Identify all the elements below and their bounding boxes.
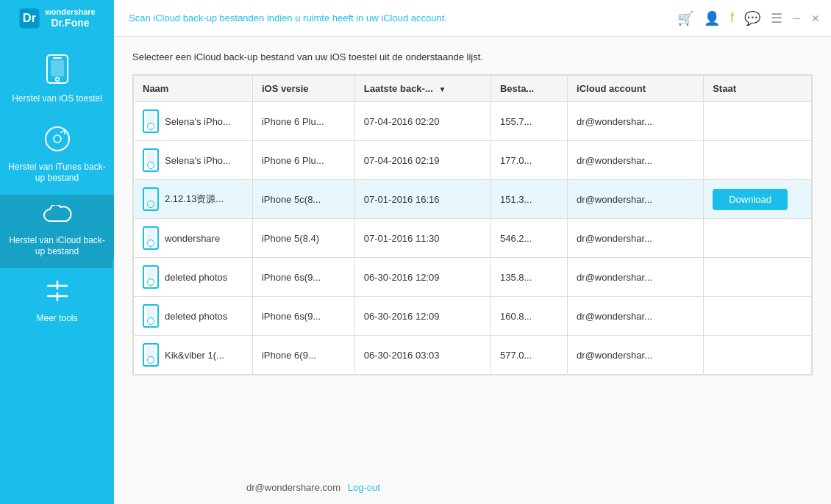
cell-bestand: 160.8... (491, 297, 567, 336)
cell-backup: 06-30-2016 12:09 (354, 297, 491, 336)
sort-icon: ▼ (438, 85, 446, 93)
backup-name: wondershare (165, 233, 220, 244)
cell-account: dr@wondershar... (568, 180, 704, 219)
backup-name: deleted photos (165, 311, 227, 322)
icloud-icon (43, 205, 72, 231)
table-row[interactable]: deleted photos iPhone 6s(9...06-30-2016 … (134, 258, 812, 297)
cell-account: dr@wondershar... (568, 297, 704, 336)
cell-backup: 07-01-2016 11:30 (354, 219, 491, 258)
col-header-bestand: Besta... (491, 76, 567, 102)
logo-area: Dr wondershare Dr.Fone (0, 0, 114, 37)
cell-backup: 06-30-2016 12:09 (354, 258, 491, 297)
cell-staat (704, 102, 812, 141)
phone-icon (143, 226, 159, 250)
cell-naam: Kik&viber 1(... (134, 336, 253, 375)
titlebar-icons: 🛒 👤 f 💬 ☰ (677, 10, 782, 26)
chat-icon[interactable]: 💬 (744, 10, 760, 26)
cell-ios: iPhone 6 Plu... (252, 141, 354, 180)
svg-point-6 (46, 127, 69, 151)
col-header-ios: iOS versie (252, 76, 354, 102)
svg-line-8 (60, 130, 65, 133)
backup-name: Selena's iPho... (165, 155, 231, 166)
cell-backup: 07-04-2016 02:19 (354, 141, 491, 180)
cell-staat (704, 297, 812, 336)
minimize-button[interactable]: ─ (790, 12, 803, 25)
sidebar-item-ios-restore[interactable]: Herstel van iOS toestel (0, 44, 114, 115)
tools-icon (45, 278, 70, 309)
cell-staat (704, 336, 812, 375)
table-row[interactable]: Selena's iPho... iPhone 6 Plu...07-04-20… (134, 102, 812, 141)
svg-point-7 (54, 135, 61, 143)
cell-backup: 07-04-2016 02:20 (354, 102, 491, 141)
table-row[interactable]: 2.12.13资源... iPhone 5c(8...07-01-2016 16… (134, 180, 812, 219)
phone-icon (143, 109, 159, 133)
window-controls: ─ ✕ (790, 12, 822, 25)
phone-icon (143, 265, 159, 289)
svg-point-4 (55, 78, 59, 82)
cell-account: dr@wondershar... (568, 336, 704, 375)
close-button[interactable]: ✕ (809, 12, 822, 25)
svg-text:Dr: Dr (23, 11, 37, 24)
phone-icon (143, 343, 159, 367)
cell-staat[interactable]: Download (704, 180, 812, 219)
cell-backup: 07-01-2016 16:16 (354, 180, 491, 219)
sidebar-item-more-tools[interactable]: Meer tools (0, 268, 114, 335)
app-logo-text: wondershare Dr.Fone (45, 7, 95, 29)
ios-icon (46, 54, 69, 89)
cell-ios: iPhone 5(8.4) (252, 219, 354, 258)
cell-ios: iPhone 6s(9... (252, 297, 354, 336)
footer-account: dr@wondershare.com (246, 482, 340, 493)
backup-name: 2.12.13资源... (165, 192, 224, 206)
cell-naam: deleted photos (134, 258, 253, 297)
backup-table-wrapper[interactable]: Naam iOS versie Laatste back-... ▼ Besta… (132, 74, 813, 375)
table-body: Selena's iPho... iPhone 6 Plu...07-04-20… (134, 102, 812, 375)
header-message: Scan iCloud back-up bestanden indien u r… (114, 12, 677, 24)
cart-icon[interactable]: 🛒 (677, 10, 693, 26)
cell-ios: iPhone 5c(8... (252, 180, 354, 219)
cell-account: dr@wondershar... (568, 219, 704, 258)
main-instruction: Selecteer een iCloud back-up bestand van… (132, 51, 813, 62)
backup-name: Selena's iPho... (165, 116, 231, 127)
cell-staat (704, 219, 812, 258)
logout-link[interactable]: Log-out (348, 482, 380, 493)
backup-table: Naam iOS versie Laatste back-... ▼ Besta… (133, 75, 812, 375)
user-icon[interactable]: 👤 (704, 10, 720, 26)
table-row[interactable]: wondershare iPhone 5(8.4)07-01-2016 11:3… (134, 219, 812, 258)
facebook-icon[interactable]: f (730, 10, 734, 26)
table-row[interactable]: Selena's iPho... iPhone 6 Plu...07-04-20… (134, 141, 812, 180)
svg-rect-3 (53, 57, 62, 59)
svg-rect-5 (51, 60, 64, 76)
table-row[interactable]: Kik&viber 1(... iPhone 6(9...06-30-2016 … (134, 336, 812, 375)
sidebar-item-itunes-label: Herstel van iTunes back-up bestand (7, 162, 107, 184)
cell-bestand: 155.7... (491, 102, 567, 141)
cell-ios: iPhone 6(9... (252, 336, 354, 375)
sidebar-item-icloud-label: Herstel van iCloud back-up bestand (7, 235, 107, 258)
col-header-staat: Staat (704, 76, 812, 102)
cell-account: dr@wondershar... (568, 102, 704, 141)
sidebar: Herstel van iOS toestel Herstel van iTun… (0, 37, 114, 504)
col-header-account: iCloud account (568, 76, 704, 102)
cell-account: dr@wondershar... (568, 141, 704, 180)
sidebar-item-itunes-restore[interactable]: Herstel van iTunes back-up bestand (0, 115, 114, 195)
cell-bestand: 577.0... (491, 336, 567, 375)
cell-staat (704, 258, 812, 297)
main-content: Selecteer een iCloud back-up bestand van… (114, 37, 831, 504)
table-row[interactable]: deleted photos iPhone 6s(9...06-30-2016 … (134, 297, 812, 336)
backup-name: deleted photos (165, 272, 227, 283)
itunes-icon (44, 126, 71, 157)
titlebar: Dr wondershare Dr.Fone Scan iCloud back-… (0, 0, 831, 37)
backup-name: Kik&viber 1(... (165, 350, 224, 361)
phone-icon (143, 148, 159, 172)
menu-icon[interactable]: ☰ (771, 10, 782, 26)
download-button[interactable]: Download (713, 189, 788, 210)
phone-icon (143, 187, 159, 211)
sidebar-item-icloud-restore[interactable]: Herstel van iCloud back-up bestand (0, 195, 114, 268)
cell-naam: Selena's iPho... (134, 141, 253, 180)
cell-ios: iPhone 6s(9... (252, 258, 354, 297)
cell-ios: iPhone 6 Plu... (252, 102, 354, 141)
sidebar-item-ios-label: Herstel van iOS toestel (12, 93, 102, 105)
col-header-backup[interactable]: Laatste back-... ▼ (354, 76, 491, 102)
sidebar-item-tools-label: Meer tools (36, 313, 77, 325)
cell-naam: wondershare (134, 219, 253, 258)
cell-bestand: 135.8... (491, 258, 567, 297)
